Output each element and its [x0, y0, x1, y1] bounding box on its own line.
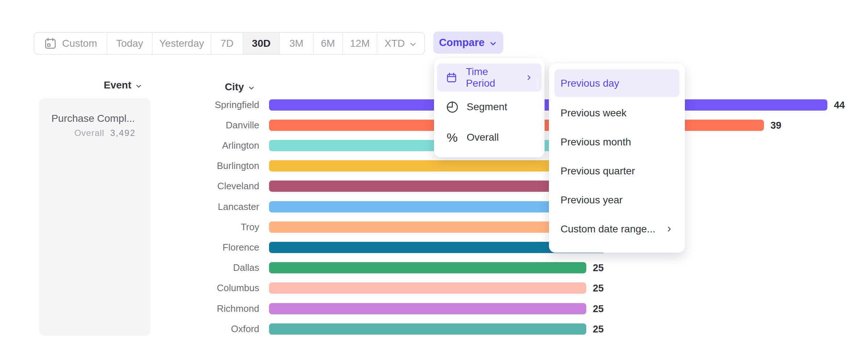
- chevron-right-icon: [525, 74, 533, 82]
- date-range-toolbar: Custom Today Yesterday 7D 30D 3M 6M 12M …: [34, 32, 425, 55]
- compare-button[interactable]: Compare: [433, 32, 503, 54]
- overall-label: Overall: [74, 128, 104, 138]
- bar-label: Cleveland: [152, 181, 259, 192]
- calendar-icon: [446, 72, 458, 83]
- event-panel[interactable]: Purchase Compl... Overall3,492: [39, 98, 150, 336]
- date-range-xtd-button[interactable]: XTD: [377, 33, 424, 54]
- bar-label: Oxford: [152, 323, 259, 335]
- menu-item-previous-quarter[interactable]: Previous quarter: [554, 157, 679, 186]
- bar-richmond[interactable]: [269, 303, 586, 314]
- menu-item-time-period[interactable]: Time Period: [437, 63, 542, 92]
- menu-item-previous-year[interactable]: Previous year: [554, 186, 679, 215]
- bar-label: Florence: [152, 242, 259, 253]
- bar-dallas[interactable]: [269, 262, 586, 273]
- date-range-yesterday-button[interactable]: Yesterday: [153, 33, 211, 54]
- time-period-submenu: Previous day Previous week Previous mont…: [549, 63, 685, 253]
- segment-icon: [446, 101, 459, 113]
- chevron-down-icon: [135, 82, 142, 90]
- bar-value: 25: [593, 262, 604, 273]
- bar-label: Danville: [152, 120, 259, 131]
- event-name: Purchase Compl...: [51, 113, 135, 124]
- chevron-down-icon: [248, 84, 255, 92]
- bar-label: Burlington: [152, 160, 259, 171]
- bar-oxford[interactable]: [269, 323, 586, 335]
- chevron-right-icon: [665, 225, 673, 233]
- bar-label: Dallas: [152, 262, 259, 273]
- bar-label: Richmond: [152, 303, 259, 314]
- date-range-12m-button[interactable]: 12M: [343, 33, 377, 54]
- date-range-6m-button[interactable]: 6M: [314, 33, 343, 54]
- city-column-header[interactable]: City: [225, 81, 255, 93]
- bar-label: Arlington: [152, 140, 259, 151]
- bar-value: 25: [593, 282, 604, 294]
- date-range-label: Custom: [62, 38, 97, 49]
- menu-item-custom-date-range[interactable]: Custom date range...: [554, 215, 679, 244]
- menu-item-previous-month[interactable]: Previous month: [554, 128, 679, 157]
- menu-item-overall[interactable]: % Overall: [437, 122, 542, 153]
- date-range-30d-button-selected[interactable]: 30D: [243, 33, 280, 54]
- event-column-header[interactable]: Event: [104, 79, 142, 91]
- bar-label: Columbus: [152, 282, 259, 294]
- date-range-3m-button[interactable]: 3M: [280, 33, 314, 54]
- bar-value: 44: [834, 99, 845, 111]
- bar-value: 25: [593, 303, 604, 314]
- date-range-custom-button[interactable]: Custom: [34, 33, 107, 54]
- overall-value: 3,492: [110, 128, 136, 138]
- menu-item-segment[interactable]: Segment: [437, 92, 542, 122]
- menu-item-previous-day[interactable]: Previous day: [554, 69, 679, 97]
- bar-columbus[interactable]: [269, 282, 586, 294]
- calendar-icon: [44, 37, 57, 50]
- date-range-7d-button[interactable]: 7D: [211, 33, 243, 54]
- bar-label: Springfield: [152, 99, 259, 111]
- compare-dropdown-menu: Time Period Segment % Overall: [434, 58, 545, 157]
- bar-label: Troy: [152, 222, 259, 233]
- insights-report: Custom Today Yesterday 7D 30D 3M 6M 12M …: [0, 0, 868, 364]
- bar-springfield[interactable]: [269, 99, 827, 111]
- chevron-down-icon: [409, 40, 417, 49]
- bar-value: 25: [593, 323, 604, 335]
- bar-label: Lancaster: [152, 201, 259, 212]
- percent-icon: %: [446, 131, 459, 145]
- menu-item-previous-week[interactable]: Previous week: [554, 99, 679, 128]
- chevron-down-icon: [489, 39, 497, 48]
- bar-value: 39: [770, 120, 781, 131]
- date-range-today-button[interactable]: Today: [107, 33, 153, 54]
- event-overall-total: Overall3,492: [74, 128, 136, 138]
